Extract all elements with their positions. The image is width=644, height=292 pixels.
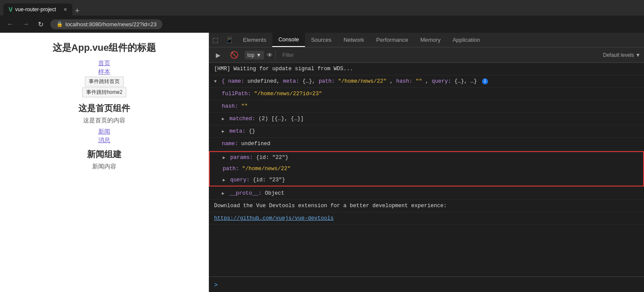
- home-section-content: 这是首页的内容: [13, 117, 196, 124]
- default-levels[interactable]: Default levels ▼: [603, 52, 641, 58]
- console-path: path: "/home/news/22": [210, 163, 643, 174]
- matched-triangle[interactable]: ▶: [222, 117, 224, 121]
- context-label: top: [247, 52, 255, 58]
- dropdown-arrow: ▼: [256, 52, 261, 58]
- tab-elements[interactable]: Elements: [237, 33, 272, 47]
- console-fullpath: fullPath: "/home/news/22?id=23": [209, 88, 644, 100]
- console-output: [HMR] Waiting for update signal from WDS…: [209, 63, 644, 276]
- news-section-title: 新闻组建: [13, 149, 196, 160]
- back-button[interactable]: ←: [5, 19, 16, 29]
- tab-close-button[interactable]: ✕: [63, 7, 67, 12]
- expand-triangle[interactable]: ▼: [214, 79, 217, 84]
- nav-links: 首页 样本 事件跳转首页 事件跳转home2: [13, 59, 196, 97]
- nav-link-sample[interactable]: 样本: [98, 68, 110, 76]
- console-matched: ▶ matched: (2) [{…}, {…}]: [209, 113, 644, 125]
- tab-performance[interactable]: Performance: [370, 33, 414, 47]
- proto-triangle[interactable]: ▶: [222, 191, 224, 196]
- sidebar-toggle-icon[interactable]: ▶: [212, 50, 224, 60]
- event-btn-home2[interactable]: 事件跳转home2: [82, 87, 127, 97]
- filter-box: [275, 51, 600, 59]
- info-badge: i: [482, 78, 488, 84]
- news-section-content: 新闻内容: [13, 163, 196, 171]
- devtools-panel: ⬚ 📱 Elements Console Sources Network Per…: [209, 33, 644, 292]
- device-icon[interactable]: 📱: [222, 34, 237, 46]
- new-tab-button[interactable]: +: [72, 6, 82, 16]
- event-btn-home[interactable]: 事件跳转首页: [85, 77, 124, 87]
- sub-link-news[interactable]: 新闻: [98, 128, 110, 136]
- inspect-icon[interactable]: ⬚: [209, 34, 222, 46]
- hmr-text: [HMR] Waiting for update signal from WDS…: [214, 66, 353, 72]
- params-triangle[interactable]: ▶: [223, 155, 225, 160]
- vue-app-panel: 这是App.vue组件的标题 首页 样本 事件跳转首页 事件跳转home2 这是…: [0, 33, 209, 292]
- vue-icon: V: [9, 6, 12, 13]
- home-section-title: 这是首页组件: [13, 103, 196, 114]
- nav-link-home[interactable]: 首页: [98, 59, 110, 67]
- console-obj-line: ▼ { name: undefined, meta: {…}, path: "/…: [209, 75, 644, 88]
- tab-title: vue-router-project: [15, 6, 56, 12]
- tab-sources[interactable]: Sources: [305, 33, 338, 47]
- console-meta: ▶ meta: {}: [209, 125, 644, 138]
- tab-application[interactable]: Application: [447, 33, 486, 47]
- highlight-box: ▶ params: {id: "22"} path: "/home/news/2…: [209, 151, 644, 186]
- console-proto: ▶ __proto__: Object: [209, 187, 644, 200]
- app-title: 这是App.vue组件的标题: [13, 41, 196, 54]
- eye-icon[interactable]: 👁: [267, 52, 273, 59]
- browser-tab[interactable]: V vue-router-project ✕: [3, 3, 72, 16]
- console-params: ▶ params: {id: "22"}: [210, 152, 643, 163]
- reload-button[interactable]: ↻: [36, 19, 45, 29]
- console-name: name: undefined: [209, 138, 644, 150]
- console-query: ▶ query: {id: "23"}: [210, 174, 643, 186]
- devtools-tabs: ⬚ 📱 Elements Console Sources Network Per…: [209, 33, 644, 47]
- context-selector[interactable]: top ▼: [245, 51, 264, 59]
- console-input-row: >: [209, 276, 644, 292]
- tab-console[interactable]: Console: [272, 33, 305, 47]
- devtools-link[interactable]: https://github.com/vuejs/vue-devtools: [214, 215, 334, 221]
- console-devtools-link: https://github.com/vuejs/vue-devtools: [209, 212, 644, 225]
- console-hmr-line: [HMR] Waiting for update signal from WDS…: [209, 63, 644, 75]
- console-toolbar: ▶ 🚫 top ▼ 👁 Default levels ▼: [209, 47, 644, 63]
- console-devtools-line: Download the Vue Devtools extension for …: [209, 200, 644, 212]
- console-prompt: >: [214, 281, 218, 288]
- console-input[interactable]: [221, 281, 639, 288]
- meta-triangle[interactable]: ▶: [222, 129, 224, 134]
- sub-links: 新闻 消息: [13, 128, 196, 144]
- clear-console-icon[interactable]: 🚫: [227, 49, 242, 61]
- query-triangle[interactable]: ▶: [223, 178, 225, 183]
- obj-name: name:: [228, 78, 248, 84]
- console-hash: hash: "": [209, 100, 644, 113]
- forward-button[interactable]: →: [21, 19, 31, 29]
- address-bar[interactable]: 🔒 localhost:8080/home/news/22?id=23: [50, 19, 162, 29]
- address-text: localhost:8080/home/news/22?id=23: [65, 21, 156, 28]
- lock-icon: 🔒: [56, 21, 63, 27]
- tab-memory[interactable]: Memory: [414, 33, 447, 47]
- filter-input[interactable]: [279, 51, 600, 59]
- obj-name-label: {: [222, 78, 225, 84]
- tab-network[interactable]: Network: [338, 33, 370, 47]
- sub-link-message[interactable]: 消息: [98, 137, 110, 144]
